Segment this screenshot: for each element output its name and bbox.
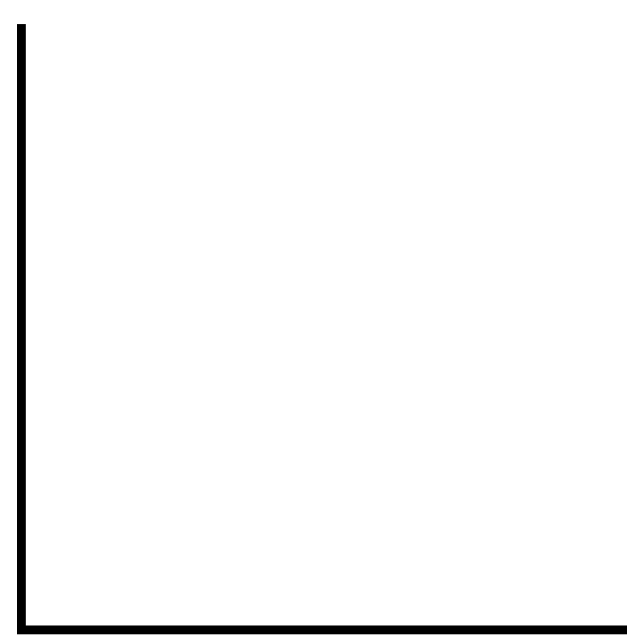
- chart-stage: [0, 0, 644, 644]
- axes-frame: [17, 24, 627, 634]
